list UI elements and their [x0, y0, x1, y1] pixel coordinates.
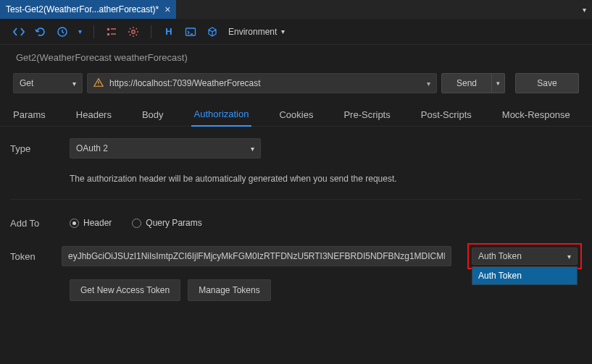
radio-dot-icon [132, 219, 141, 228]
http-method-value: Get [20, 78, 33, 88]
divider [10, 199, 582, 200]
close-icon[interactable]: × [164, 4, 170, 15]
request-title: Get2(WeatherForecast weatherForecast) [0, 45, 592, 73]
send-dropdown-button[interactable]: ▾ [492, 73, 505, 93]
get-new-access-token-button[interactable]: Get New Access Token [70, 279, 180, 301]
warning-icon [93, 77, 104, 90]
radio-header[interactable]: Header [70, 218, 112, 228]
chevron-down-icon: ▾ [496, 80, 500, 87]
auth-help-text: The authorization header will be automat… [70, 174, 582, 184]
auth-token-highlight: Auth Token ▾ Auth Token [467, 243, 582, 269]
tab-bar-overflow[interactable]: ▾ [577, 0, 592, 19]
settings-list-icon[interactable] [106, 26, 117, 38]
tab-mock-response[interactable]: Mock-Response [499, 109, 573, 126]
token-label: Token [10, 251, 62, 262]
token-input[interactable] [62, 246, 451, 266]
gear-icon[interactable] [128, 26, 139, 38]
radio-header-label: Header [83, 218, 112, 228]
environment-label: Environment [228, 27, 277, 37]
tab-params[interactable]: Params [10, 109, 49, 126]
send-button[interactable]: Send [441, 73, 492, 93]
chevron-down-icon: ▾ [583, 6, 586, 14]
svg-rect-2 [107, 33, 109, 35]
chevron-down-icon: ▾ [72, 80, 76, 88]
radio-dot-icon [70, 219, 79, 228]
type-label: Type [10, 143, 70, 154]
http-method-select[interactable]: Get ▾ [13, 73, 83, 93]
history-icon[interactable] [57, 26, 68, 38]
editor-tab[interactable]: Test-Get2(WeatherFor...atherForecast)* × [0, 0, 176, 19]
tab-body[interactable]: Body [139, 109, 167, 126]
tab-authorization[interactable]: Authorization [191, 109, 252, 127]
code-icon[interactable] [13, 26, 25, 38]
svg-rect-1 [107, 28, 109, 30]
add-to-label: Add To [10, 218, 70, 229]
cube-icon[interactable] [207, 26, 218, 38]
terminal-icon[interactable] [185, 26, 196, 38]
tab-cookies[interactable]: Cookies [276, 109, 316, 126]
tab-title: Test-Get2(WeatherFor...atherForecast)* [6, 4, 159, 14]
environment-dropdown[interactable]: Environment ▾ [228, 27, 285, 37]
chevron-down-icon[interactable]: ▾ [427, 80, 430, 88]
url-input-wrapper[interactable]: ▾ [87, 73, 437, 93]
radio-query-label: Query Params [146, 218, 201, 228]
chevron-down-icon: ▾ [567, 253, 571, 261]
h-icon[interactable]: H [163, 26, 175, 38]
radio-query-params[interactable]: Query Params [132, 218, 201, 228]
auth-token-value: Auth Token [478, 251, 522, 261]
auth-token-dropdown-list: Auth Token [472, 266, 578, 285]
chevron-down-icon: ▾ [251, 145, 254, 153]
save-button[interactable]: Save [515, 73, 579, 93]
tab-headers[interactable]: Headers [73, 109, 114, 126]
tab-pre-scripts[interactable]: Pre-Scripts [341, 109, 393, 126]
auth-type-select[interactable]: OAuth 2 ▾ [70, 138, 261, 158]
chevron-down-icon: ▾ [281, 27, 285, 35]
url-input[interactable] [109, 78, 421, 88]
auth-token-select[interactable]: Auth Token ▾ [472, 247, 578, 265]
manage-tokens-button[interactable]: Manage Tokens [188, 279, 271, 301]
tab-post-scripts[interactable]: Post-Scripts [418, 109, 475, 126]
auth-type-value: OAuth 2 [76, 143, 108, 153]
svg-point-3 [132, 30, 135, 33]
chevron-down-icon[interactable]: ▾ [78, 27, 82, 35]
undo-icon[interactable] [35, 26, 46, 38]
auth-token-option[interactable]: Auth Token [472, 267, 577, 284]
